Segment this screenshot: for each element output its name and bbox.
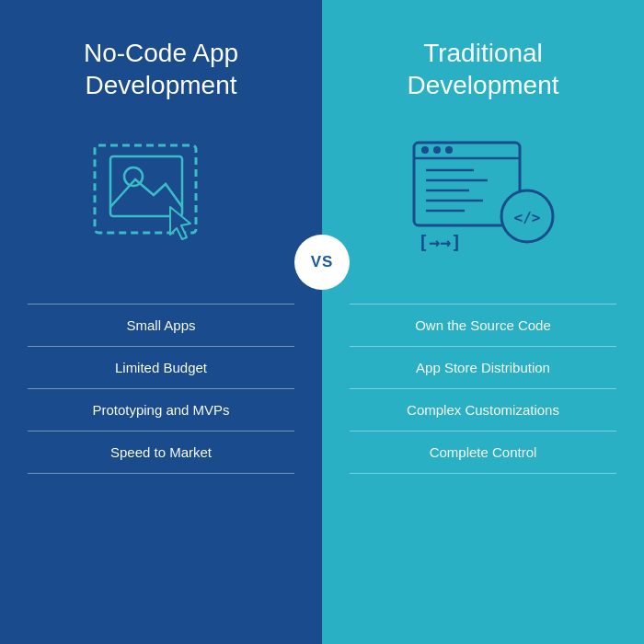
left-title: No-Code App Development	[28, 37, 294, 101]
vs-badge: VS	[294, 235, 350, 290]
svg-marker-3	[170, 207, 190, 239]
left-features-list: Small Apps Limited Budget Prototyping an…	[28, 304, 294, 474]
svg-point-7	[433, 146, 441, 154]
svg-text:</>: </>	[514, 209, 541, 226]
right-feature-4: Complete Control	[350, 431, 616, 474]
left-feature-2: Limited Budget	[28, 346, 294, 388]
svg-point-6	[421, 146, 429, 154]
left-feature-1: Small Apps	[28, 304, 294, 346]
svg-point-8	[445, 146, 453, 154]
right-feature-2: App Store Distribution	[350, 346, 616, 388]
svg-text:[→→]: [→→]	[418, 231, 462, 253]
left-panel: No-Code App Development Small Apps Limit…	[0, 0, 322, 644]
right-feature-3: Complex Customizations	[350, 388, 616, 431]
left-feature-4: Speed to Market	[28, 431, 294, 474]
nocode-icon	[78, 129, 244, 267]
right-feature-1: Own the Source Code	[350, 304, 616, 346]
page-wrapper: No-Code App Development Small Apps Limit…	[0, 0, 644, 644]
trad-icon: </> [→→]	[400, 129, 566, 267]
left-feature-3: Prototyping and MVPs	[28, 388, 294, 431]
right-panel: Traditional Development </>	[322, 0, 644, 644]
right-features-list: Own the Source Code App Store Distributi…	[350, 304, 616, 474]
right-title: Traditional Development	[350, 37, 616, 101]
